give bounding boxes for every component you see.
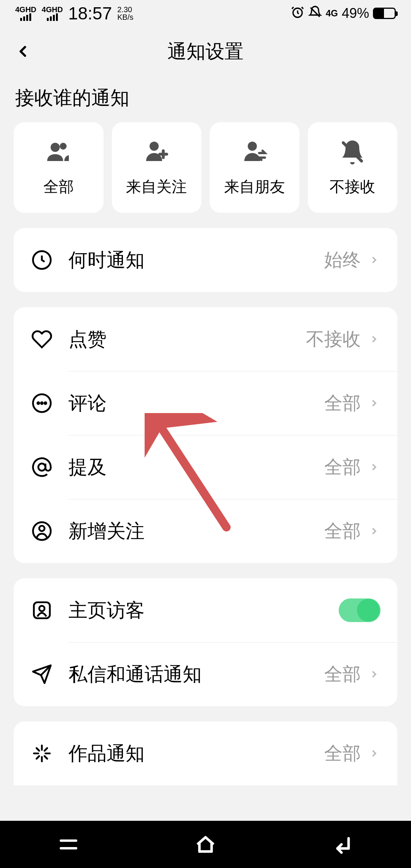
row-works[interactable]: 作品通知 全部	[14, 721, 397, 785]
visitor-toggle[interactable]	[339, 598, 381, 622]
filter-follow-label: 来自关注	[126, 176, 187, 197]
nav-back-button[interactable]	[327, 829, 358, 860]
svg-point-3	[150, 142, 159, 151]
dm-label: 私信和通话通知	[68, 662, 324, 687]
status-left: 4GHD 4GHD 18:57 2.30 KB/s	[15, 3, 134, 24]
mention-label: 提及	[68, 455, 324, 480]
speed-num: 2.30	[117, 6, 133, 13]
chevron-right-icon	[368, 333, 381, 346]
comment-icon	[30, 392, 53, 415]
status-bar: 4GHD 4GHD 18:57 2.30 KB/s 4G 49%	[0, 0, 411, 27]
status-speed: 2.30 KB/s	[117, 6, 133, 21]
bell-slash-icon	[339, 138, 366, 166]
chevron-right-icon	[368, 747, 381, 760]
filter-from-follow[interactable]: 来自关注	[112, 122, 202, 213]
person-plus-icon	[143, 138, 170, 166]
send-icon	[30, 663, 53, 686]
page-title: 通知设置	[167, 39, 244, 64]
svg-point-8	[37, 402, 39, 404]
visitor-label: 主页访客	[68, 598, 339, 623]
dm-value: 全部	[324, 662, 361, 686]
works-label: 作品通知	[68, 741, 324, 766]
svg-point-9	[41, 402, 43, 404]
network-label: 4G	[326, 8, 338, 19]
nav-recent-button[interactable]	[53, 829, 84, 860]
filter-from-friends[interactable]: 来自朋友	[210, 122, 299, 213]
nav-home-button[interactable]	[190, 829, 221, 860]
row-when[interactable]: 何时通知 始终	[14, 228, 397, 292]
at-icon	[30, 456, 53, 479]
sparkle-icon	[30, 742, 53, 765]
card-visitor: 主页访客 私信和通话通知 全部	[14, 578, 397, 706]
chevron-right-icon	[368, 397, 381, 410]
svg-point-13	[39, 526, 45, 531]
new-follow-label: 新增关注	[68, 519, 324, 544]
chevron-right-icon	[368, 525, 381, 538]
like-value: 不接收	[306, 327, 361, 351]
svg-point-4	[248, 142, 257, 151]
like-label: 点赞	[68, 327, 306, 352]
status-time: 18:57	[68, 3, 112, 24]
filter-all-label: 全部	[43, 176, 74, 197]
person-circle-icon	[30, 520, 53, 542]
system-nav-bar	[0, 821, 411, 868]
svg-point-1	[51, 143, 60, 152]
comment-label: 评论	[68, 391, 324, 416]
card-works: 作品通知 全部	[14, 721, 397, 785]
battery-pct: 49%	[342, 5, 369, 21]
signal-1: 4GHD	[15, 6, 37, 21]
row-comment[interactable]: 评论 全部	[14, 371, 397, 435]
alarm-icon	[291, 5, 304, 22]
comment-value: 全部	[324, 391, 361, 415]
new-follow-value: 全部	[324, 519, 361, 543]
section-title: 接收谁的通知	[0, 76, 411, 122]
back-button[interactable]	[11, 40, 34, 63]
header: 通知设置	[0, 27, 411, 76]
row-visitor[interactable]: 主页访客	[14, 578, 397, 642]
heart-icon	[30, 328, 53, 351]
svg-point-11	[38, 464, 46, 471]
signal-label-2: 4GHD	[42, 6, 63, 13]
svg-point-10	[45, 402, 46, 404]
card-interactions: 点赞 不接收 评论 全部 提及 全部 新增关注 全部	[14, 307, 397, 563]
chevron-right-icon	[368, 254, 381, 266]
person-exchange-icon	[241, 138, 268, 166]
signal-label-1: 4GHD	[15, 6, 37, 13]
bell-off-icon	[308, 5, 322, 22]
battery-icon	[373, 8, 396, 19]
speed-unit: KB/s	[117, 13, 133, 21]
card-when: 何时通知 始终	[14, 228, 397, 292]
svg-point-2	[60, 143, 67, 150]
filter-none-label: 不接收	[330, 176, 375, 197]
filter-friends-label: 来自朋友	[224, 176, 285, 197]
when-value: 始终	[324, 248, 361, 272]
filter-none[interactable]: 不接收	[308, 122, 398, 213]
row-new-follow[interactable]: 新增关注 全部	[14, 499, 397, 563]
filter-all[interactable]: 全部	[14, 122, 104, 213]
clock-icon	[30, 249, 53, 271]
row-mention[interactable]: 提及 全部	[14, 435, 397, 499]
status-right: 4G 49%	[291, 5, 396, 22]
people-icon	[45, 138, 72, 166]
works-value: 全部	[324, 741, 361, 766]
chevron-right-icon	[368, 668, 381, 681]
profile-card-icon	[30, 599, 53, 622]
svg-point-15	[39, 606, 45, 611]
chevron-right-icon	[368, 461, 381, 474]
when-label: 何时通知	[68, 247, 324, 273]
row-like[interactable]: 点赞 不接收	[14, 307, 397, 371]
mention-value: 全部	[324, 455, 361, 479]
row-dm[interactable]: 私信和通话通知 全部	[14, 642, 397, 706]
signal-2: 4GHD	[42, 6, 63, 21]
filter-row: 全部 来自关注 来自朋友 不接收	[0, 122, 411, 213]
